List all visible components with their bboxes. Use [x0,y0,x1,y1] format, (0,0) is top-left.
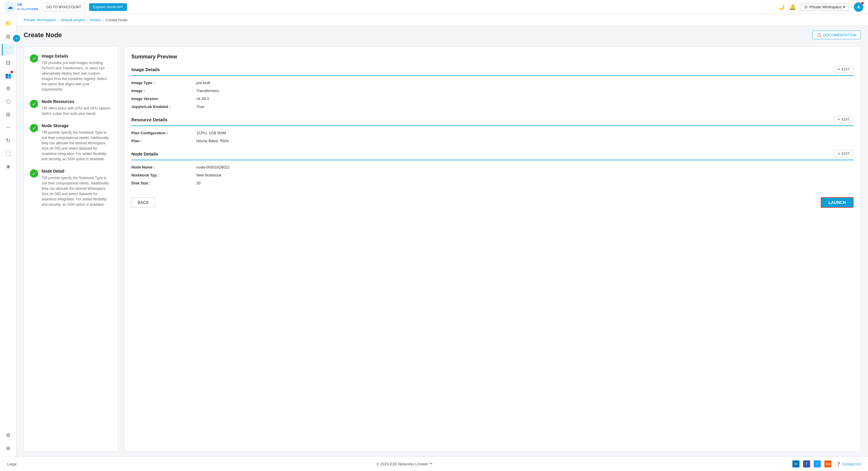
rss-icon[interactable]: rss [824,460,831,467]
resource-details-header: Resource Details ✏ EDIT [131,116,854,126]
logo-text: TIRAI PLATFORM [17,3,38,11]
workspace-label: Private Workspace [809,5,841,9]
plan-row: Plan : Hourly Billed, ₹5/hr [131,139,854,143]
step-1-check-icon: ✓ [30,54,38,63]
step-4-title: Node Detail [42,169,112,174]
image-value: Transformers [196,89,219,93]
sidebar-item-grid[interactable]: ⊞ [2,108,14,120]
steps-panel: ✓ Image Details TIR provides pre-built i… [24,46,118,452]
edit-icon: ✏ [838,67,841,71]
breadcrumb: Private Workspace › default-project › No… [17,14,868,26]
breadcrumb-workspace[interactable]: Private Workspace [24,18,56,22]
sidebar-item-help[interactable]: ⊕ [2,442,14,454]
summary-title: Summary Preview [131,54,854,60]
breadcrumb-current: Create Node [106,18,128,22]
step-2-content: Node Resources TIR offers plans with CPU… [42,99,112,116]
image-label: Image : [131,89,196,93]
breadcrumb-sep-3: › [103,18,104,22]
main-content: Private Workspace › default-project › No… [17,14,868,457]
image-type-value: pre-built [196,81,210,85]
theme-toggle-icon[interactable]: 🌙 [778,4,784,10]
disk-size-value: 30 [196,181,200,185]
step-1-desc: TIR provides pre-built images including … [42,60,112,92]
edit-node-icon: ✏ [838,152,841,156]
plan-config-row: Plan Configuration : 1CPU, 1GB RAM [131,131,854,135]
sidebar-item-nodes[interactable]: 📄 [2,44,15,56]
sidebar-item-settings[interactable]: ⚙ [2,429,14,441]
disk-size-row: Disk Size : 30 [131,181,854,185]
sidebar-item-connections[interactable]: ↔ [2,122,14,133]
notebook-type-label: Notebook Typ : [131,173,196,177]
sidebar: » 📁 ⊞ 📄 ⊟ 👥 ⚙ ⬡ ⊞ ↔ ↻ ⬚ ◈ ⚙ ⊕ [0,14,17,457]
documentation-button[interactable]: 📋 DOCUMENTATION [812,31,861,39]
node-name-label: Node Name : [131,165,196,169]
workspace-icon: ⊙ [804,5,807,9]
sidebar-item-users[interactable]: 👥 [2,70,14,82]
back-button[interactable]: BACK [131,197,155,208]
summary-panel: Summary Preview Image Details ✏ EDIT Ima… [124,46,861,452]
content-area: ✓ Image Details TIR provides pre-built i… [17,42,868,457]
breadcrumb-project[interactable]: default-project [61,18,85,22]
avatar-notification-badge [861,2,864,5]
explore-genai-button[interactable]: Explore GenAI API [89,3,127,11]
footer: Legal © 2024 E2E Networks Limited ™ in f… [0,457,868,471]
node-details-section: Node Details ✏ EDIT Node Name : node-093… [131,150,854,185]
actions-bar: BACK LAUNCH [131,192,854,208]
step-4-desc: TIR provide specify the Notebook Type to… [42,175,112,207]
footer-center: © 2024 E2E Networks Limited ™ [376,462,433,466]
plan-config-value: 1CPU, 1GB RAM [196,131,226,135]
breadcrumb-sep-1: › [58,18,59,22]
sidebar-item-refresh[interactable]: ↻ [2,134,14,146]
image-type-row: Image Type : pre-built [131,81,854,85]
image-row: Image : Transformers [131,89,854,93]
plan-config-label: Plan Configuration : [131,131,196,135]
notifications-icon[interactable]: 🔔 [789,4,796,10]
step-4-content: Node Detail TIR provide specify the Note… [42,169,112,207]
contact-us-button[interactable]: ❓ Contact Us [836,462,861,466]
resource-details-section: Resource Details ✏ EDIT Plan Configurati… [131,116,854,143]
sidebar-toggle-button[interactable]: » [13,35,20,42]
step-4-check-icon: ✓ [30,169,38,178]
sidebar-item-tables[interactable]: ⊟ [2,57,14,68]
jupyterlab-label: JupyterLab Enabled : [131,104,196,109]
sidebar-item-cluster[interactable]: ⬡ [2,96,14,107]
step-3-content: Node Storage TIR provide specify the Not… [42,123,112,162]
workspace-selector[interactable]: ⊙ Private Workspace ▾ [800,3,849,11]
node-edit-button[interactable]: ✏ EDIT [834,150,854,157]
resource-edit-button[interactable]: ✏ EDIT [834,116,854,123]
notebook-type-value: New Notebook [196,173,221,177]
step-1-title: Image Details [42,54,112,58]
sidebar-item-registry[interactable]: ◈ [2,161,14,172]
top-nav: ☁ TIRAI PLATFORM GO TO MYACCOUNT Explore… [0,0,868,14]
breadcrumb-nodes[interactable]: Nodes [90,18,101,22]
sidebar-item-files[interactable]: 📁 [2,18,14,30]
plan-label: Plan : [131,139,196,143]
sidebar-item-container[interactable]: ⬚ [2,148,14,159]
legal-link[interactable]: Legal [7,462,17,466]
facebook-icon[interactable]: f [803,460,810,467]
user-avatar[interactable]: A [854,2,863,12]
step-3-title: Node Storage [42,123,112,128]
disk-size-label: Disk Size : [131,181,196,185]
image-version-row: Image Version: v4.39.3 [131,96,854,101]
launch-button[interactable]: LAUNCH [821,197,854,208]
image-details-edit-button[interactable]: ✏ EDIT [834,66,854,73]
image-version-label: Image Version: [131,96,196,101]
contact-icon: ❓ [836,462,841,466]
logo: ☁ TIRAI PLATFORM [5,2,38,12]
linkedin-icon[interactable]: in [793,460,800,467]
image-details-header: Image Details ✏ EDIT [131,66,854,76]
social-icons: in f t rss [793,460,831,467]
image-version-value: v4.39.3 [196,96,209,101]
copyright-text: © 2024 E2E Networks Limited ™ [376,462,433,466]
nav-right: 🌙 🔔 ⊙ Private Workspace ▾ A [778,2,863,12]
step-2-check-icon: ✓ [30,100,38,108]
go-to-myaccount-button[interactable]: GO TO MYACCOUNT [42,3,86,11]
twitter-icon[interactable]: t [814,460,821,467]
sidebar-item-pipelines[interactable]: ⚙ [2,83,14,94]
step-2-desc: TIR offers plans with CPU and GPU option… [42,106,112,116]
nav-left: ☁ TIRAI PLATFORM GO TO MYACCOUNT Explore… [5,2,127,12]
footer-right: in f t rss ❓ Contact Us [793,460,861,467]
node-details-header: Node Details ✏ EDIT [131,150,854,160]
sidebar-item-dashboard[interactable]: ⊞ [2,31,14,42]
